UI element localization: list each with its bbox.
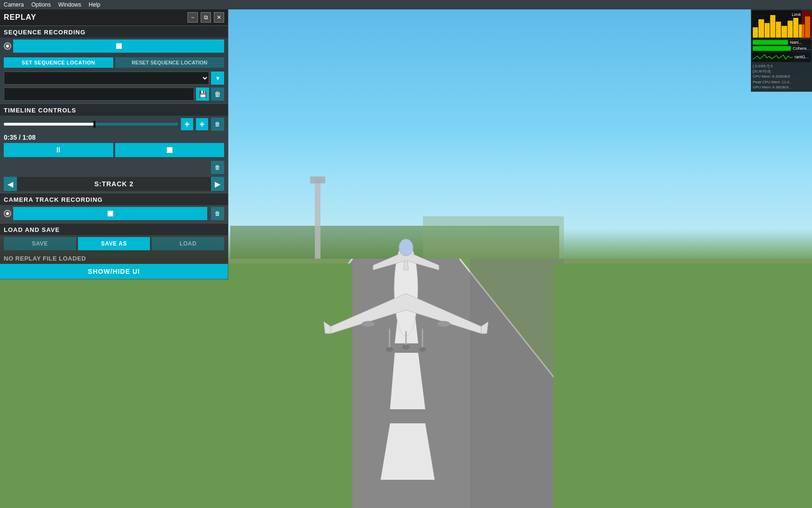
svg-point-19: [399, 239, 413, 256]
chevron-down-icon[interactable]: ▾: [211, 71, 224, 85]
perf-graph-yellow: Limit: [752, 10, 811, 39]
perf-row-1: Nani...: [752, 40, 811, 45]
sequence-dropdown[interactable]: [4, 71, 209, 85]
svg-point-21: [437, 321, 450, 327]
perf-green-bar-1: [753, 40, 788, 45]
perf-bar-3: [765, 23, 770, 38]
cam-radio-inner: [6, 212, 9, 215]
titlebar-controls: − ⧉ ✕: [187, 12, 224, 23]
load-save-header: LOAD AND SAVE: [0, 223, 228, 235]
sequence-input-row: 💾 🗑: [0, 87, 228, 103]
track-name-label: S:TRACK 2: [17, 177, 211, 191]
perf-bar-5: [776, 22, 781, 38]
timeline-controls-header: TIMELINE CONTROLS: [0, 104, 228, 116]
save-as-button[interactable]: SAVE AS: [78, 237, 150, 250]
perf-label-gpu: rantG...: [795, 55, 809, 59]
perf-stat-1: [ 0.2/65.7] 9: [753, 64, 810, 69]
delete-track-row: 🗑: [0, 161, 228, 175]
svg-marker-5: [381, 423, 435, 480]
perf-label-nanite: Nani...: [790, 40, 802, 45]
sequence-recording-header: SEQUENCE RECORDING: [0, 26, 228, 38]
timeline-slider[interactable]: [4, 123, 178, 126]
perf-row-3: rantG...: [752, 52, 811, 62]
perf-stat-5: GPU Mem: 8.36GB/9...: [753, 85, 810, 90]
recording-controls-row: [4, 40, 224, 53]
timeline-thumb: [94, 121, 95, 127]
stop-icon: [116, 43, 122, 49]
menu-help[interactable]: Help: [89, 1, 101, 8]
airplane: [321, 232, 491, 366]
perf-stats: [ 0.2/65.7] 9 [31.8/70.0] CPU Mem: 8.320…: [752, 63, 811, 91]
menubar: Camera Options Windows Help: [0, 0, 812, 9]
radio-inner: [6, 45, 9, 48]
show-hide-ui-button[interactable]: SHOW/HIDE UI: [0, 264, 228, 279]
timeline-slider-row: + + 🗑: [4, 118, 224, 131]
add-keyframe-button-1[interactable]: +: [181, 118, 193, 130]
cam-record-radio-button[interactable]: [4, 210, 11, 217]
timeline-progress: [4, 123, 94, 126]
close-button[interactable]: ✕: [214, 12, 224, 23]
reset-sequence-location-button[interactable]: RESET SEQUENCE LOCATION: [115, 57, 225, 68]
svg-point-25: [386, 347, 393, 352]
delete-cam-track-button[interactable]: 🗑: [211, 207, 224, 220]
perf-bar-2: [758, 19, 764, 38]
svg-marker-29: [481, 322, 488, 333]
svg-rect-14: [310, 176, 325, 183]
timeline-section: + + 🗑 0:35 / 1:08 ⏸: [0, 116, 228, 161]
perf-stat-3: CPU Mem: 8.320GB/2: [753, 74, 810, 79]
perf-limit-zone: [802, 10, 811, 39]
stop-playback-icon: [167, 147, 172, 153]
replay-panel: REPLAY − ⧉ ✕ SEQUENCE RECORDING SET SEQU…: [0, 9, 228, 279]
svg-rect-9: [0, 263, 352, 508]
perf-limit-label: Limit: [792, 12, 801, 17]
cam-stop-recording-button[interactable]: [13, 207, 207, 220]
stop-recording-button[interactable]: [13, 40, 224, 53]
timeline-time-display: 0:35 / 1:08: [4, 133, 224, 142]
perf-bar-7: [788, 21, 793, 38]
add-keyframe-button-2[interactable]: +: [196, 118, 208, 130]
sequence-dropdown-row: ▾: [0, 70, 228, 87]
svg-point-27: [419, 347, 426, 352]
svg-point-20: [362, 321, 375, 327]
perf-bar-6: [781, 26, 787, 38]
menu-options[interactable]: Options: [31, 1, 51, 8]
load-button[interactable]: LOAD: [152, 237, 224, 250]
cam-stop-icon: [108, 211, 113, 216]
delete-track-button[interactable]: 🗑: [211, 161, 224, 174]
camera-track-controls-row: 🗑: [0, 205, 228, 223]
record-radio-button[interactable]: [4, 42, 11, 50]
perf-stat-4: Peak CPU Mem: 11.0...: [753, 79, 810, 85]
svg-rect-10: [554, 263, 812, 508]
menu-camera[interactable]: Camera: [4, 1, 24, 8]
next-track-button[interactable]: ▶: [211, 177, 224, 191]
sequence-recording-section: [0, 38, 228, 57]
previous-track-button[interactable]: ◀: [4, 177, 17, 191]
delete-keyframe-button[interactable]: 🗑: [211, 118, 224, 131]
stop-playback-button[interactable]: [115, 143, 225, 157]
save-button[interactable]: SAVE: [4, 237, 76, 250]
playback-controls-row: ⏸: [4, 142, 224, 159]
perf-label-coherent: Cohere...: [793, 46, 810, 51]
sequence-name-input[interactable]: [4, 87, 194, 101]
perf-row-2: Cohere...: [752, 46, 811, 51]
load-save-section: SAVE SAVE AS LOAD: [0, 235, 228, 253]
perf-bar-1: [753, 27, 758, 38]
location-buttons-row: SET SEQUENCE LOCATION RESET SEQUENCE LOC…: [0, 57, 228, 70]
minimize-button[interactable]: −: [187, 12, 198, 23]
perf-stat-2: [31.8/70.0]: [753, 69, 810, 74]
panel-titlebar: REPLAY − ⧉ ✕: [0, 9, 228, 26]
perf-bar-4: [770, 15, 775, 38]
menu-windows[interactable]: Windows: [58, 1, 81, 8]
no-file-label: NO REPLAY FILE LOADED: [0, 253, 228, 264]
set-sequence-location-button[interactable]: SET SEQUENCE LOCATION: [4, 57, 113, 68]
delete-sequence-button[interactable]: 🗑: [211, 87, 224, 101]
perf-waveform: [753, 52, 793, 62]
svg-point-23: [402, 345, 410, 349]
svg-marker-28: [324, 322, 331, 333]
pause-button[interactable]: ⏸: [4, 143, 113, 157]
panel-title: REPLAY: [4, 13, 36, 22]
restore-button[interactable]: ⧉: [201, 12, 211, 23]
track-navigation-row: ◀ S:TRACK 2 ▶: [0, 175, 228, 193]
save-sequence-button[interactable]: 💾: [196, 87, 209, 101]
perf-bar-8: [793, 18, 798, 38]
